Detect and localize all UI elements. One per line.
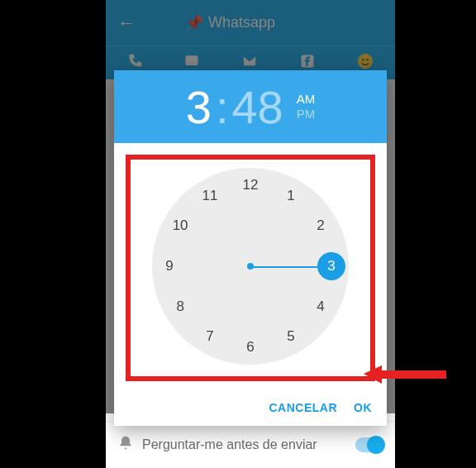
letterbox-right bbox=[395, 0, 476, 468]
clock-selected-hour[interactable]: 3 bbox=[317, 252, 345, 280]
time-picker-header: 3 : 48 AM PM bbox=[114, 70, 387, 143]
clock-number[interactable]: 10 bbox=[168, 213, 193, 238]
minute-display[interactable]: 48 bbox=[231, 80, 283, 134]
ok-button[interactable]: OK bbox=[354, 401, 372, 414]
clock-number[interactable]: 7 bbox=[198, 324, 222, 349]
letterbox-left bbox=[0, 0, 106, 468]
bell-icon bbox=[117, 435, 134, 455]
footer-text: Perguntar-me antes de enviar bbox=[142, 437, 347, 452]
ampm-group: AM PM bbox=[297, 92, 316, 122]
clock-number[interactable]: 8 bbox=[168, 294, 193, 319]
clock-number[interactable]: 1 bbox=[278, 184, 303, 208]
cancel-button[interactable]: CANCELAR bbox=[269, 401, 337, 414]
clock-number[interactable]: 6 bbox=[238, 335, 263, 360]
clock-number[interactable]: 12 bbox=[238, 173, 263, 198]
clock-number[interactable]: 2 bbox=[308, 213, 333, 238]
clock-number[interactable]: 9 bbox=[157, 254, 182, 279]
ask-before-send-toggle[interactable] bbox=[355, 437, 383, 452]
clock-number[interactable]: 5 bbox=[278, 324, 303, 349]
time-display: 3 : 48 bbox=[186, 80, 283, 134]
pm-option[interactable]: PM bbox=[297, 107, 316, 122]
am-option[interactable]: AM bbox=[297, 92, 316, 107]
clock-hand bbox=[250, 266, 320, 268]
time-picker-dialog: 3 : 48 AM PM 121234567891011 CANCELAR OK bbox=[114, 70, 387, 426]
dialog-actions: CANCELAR OK bbox=[114, 393, 387, 426]
clock-number[interactable]: 4 bbox=[308, 294, 333, 319]
clock-number[interactable]: 11 bbox=[198, 184, 222, 208]
clock-highlight-frame: 121234567891011 bbox=[126, 155, 375, 381]
clock-face[interactable]: 121234567891011 bbox=[152, 168, 349, 365]
footer-row: Perguntar-me antes de enviar bbox=[106, 421, 395, 468]
time-colon: : bbox=[216, 80, 229, 134]
clock-wrapper: 121234567891011 bbox=[114, 143, 387, 393]
phone-frame: ← 📌 Whatsapp 1783 O m bbox=[106, 0, 395, 468]
hour-display[interactable]: 3 bbox=[186, 80, 212, 134]
